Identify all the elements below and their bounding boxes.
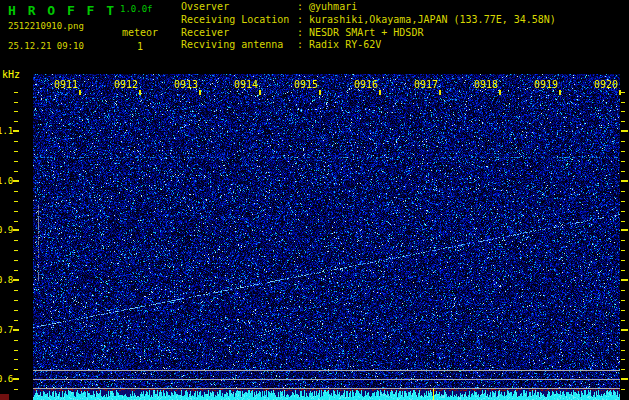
- time-label: 0916: [350, 79, 382, 90]
- freq-tick-right: [621, 130, 628, 132]
- antenna-value: Radix RY-62V: [309, 39, 381, 50]
- separator: :: [297, 39, 303, 50]
- freq-tick-left: [14, 141, 18, 142]
- time-label: 0912: [110, 79, 142, 90]
- freq-tick-right: [621, 111, 625, 112]
- freq-tick-right: [621, 240, 625, 241]
- separator: :: [297, 27, 303, 38]
- freq-tick-left: [14, 92, 18, 93]
- freq-tick-right: [621, 260, 625, 261]
- freq-tick-left: [14, 389, 18, 390]
- app-title: H R O F F T: [8, 3, 116, 18]
- receiver-row: Receiver:NESDR SMArt + HDSDR: [181, 27, 556, 40]
- receiver-value: NESDR SMArt + HDSDR: [309, 27, 423, 38]
- time-tick: [139, 90, 141, 95]
- time-label: 0919: [530, 79, 562, 90]
- freq-tick-right: [621, 211, 625, 212]
- time-tick: [199, 90, 201, 95]
- freq-tick-right: [621, 359, 625, 360]
- freq-tick-left: [13, 130, 19, 132]
- time-label: 0914: [230, 79, 262, 90]
- receiver-label: Receiver: [181, 27, 297, 38]
- freq-tick-right: [621, 270, 625, 271]
- freq-tick-left: [14, 310, 18, 311]
- time-label: 0913: [170, 79, 202, 90]
- observer-value: @yuhmari: [309, 1, 357, 12]
- time-tick: [259, 90, 261, 95]
- freq-tick-right: [621, 180, 628, 182]
- freq-tick-left: [14, 359, 18, 360]
- freq-tick-left: [14, 211, 18, 212]
- time-label: 0911: [50, 79, 82, 90]
- corner-red-block: [0, 394, 9, 400]
- freq-tick-right: [621, 102, 625, 103]
- freq-tick-right: [621, 229, 628, 231]
- output-filename: 2512210910.png: [8, 21, 84, 31]
- freq-tick-left: [14, 340, 18, 341]
- freq-tick-right: [621, 250, 625, 251]
- freq-tick-left: [14, 350, 18, 351]
- freq-tick-right: [621, 151, 625, 152]
- freq-tick-left: [13, 329, 19, 331]
- freq-tick-right: [621, 92, 625, 93]
- freq-label: 0.6: [0, 374, 13, 384]
- freq-label: 1.1: [0, 126, 13, 136]
- freq-label: 0.7: [0, 325, 13, 335]
- freq-tick-left: [14, 270, 18, 271]
- observer-info: Ovserver:@yuhmari Receiving Location:kur…: [181, 1, 556, 52]
- freq-tick-left: [14, 201, 18, 202]
- freq-label: 1.0: [0, 176, 13, 186]
- spectrogram-canvas: [33, 74, 620, 400]
- sequence-count: 1: [120, 41, 160, 52]
- location-row: Receiving Location:kurashiki,Okayama,JAP…: [181, 14, 556, 27]
- separator: :: [297, 14, 303, 25]
- freq-tick-left: [14, 300, 18, 301]
- freq-tick-right: [621, 369, 625, 370]
- freq-label: 0.8: [0, 275, 13, 285]
- time-tick: [379, 90, 381, 95]
- freq-tick-left: [14, 250, 18, 251]
- time-tick: [499, 90, 501, 95]
- timestamp: 25.12.21 09:10: [8, 41, 84, 51]
- freq-axis-unit: kHz: [2, 69, 20, 80]
- freq-tick-left: [13, 279, 19, 281]
- freq-tick-left: [13, 378, 19, 380]
- freq-tick-right: [621, 378, 628, 380]
- antenna-label: Recviving antenna: [181, 39, 297, 50]
- freq-tick-right: [621, 310, 625, 311]
- freq-tick-left: [14, 151, 18, 152]
- freq-tick-left: [14, 191, 18, 192]
- freq-tick-right: [621, 221, 625, 222]
- freq-tick-right: [621, 191, 625, 192]
- freq-tick-right: [621, 290, 625, 291]
- freq-tick-right: [621, 340, 625, 341]
- freq-tick-right: [621, 121, 625, 122]
- freq-tick-left: [14, 102, 18, 103]
- freq-tick-right: [621, 350, 625, 351]
- time-label: 0915: [290, 79, 322, 90]
- freq-tick-right: [621, 320, 625, 321]
- time-tick: [79, 90, 81, 95]
- observer-label: Ovserver: [181, 1, 297, 12]
- app-version: 1.0.0f: [120, 4, 153, 14]
- freq-tick-right: [621, 329, 628, 331]
- freq-tick-right: [621, 201, 625, 202]
- antenna-row: Recviving antenna:Radix RY-62V: [181, 39, 556, 52]
- freq-tick-left: [14, 290, 18, 291]
- freq-tick-left: [14, 111, 18, 112]
- freq-tick-left: [14, 221, 18, 222]
- freq-tick-right: [621, 141, 625, 142]
- freq-tick-left: [14, 369, 18, 370]
- freq-label: 0.9: [0, 225, 13, 235]
- time-tick: [439, 90, 441, 95]
- freq-tick-left: [14, 171, 18, 172]
- mode-label: meteor: [120, 27, 160, 38]
- freq-tick-right: [621, 279, 628, 281]
- observer-row: Ovserver:@yuhmari: [181, 1, 556, 14]
- time-tick: [559, 90, 561, 95]
- location-value: kurashiki,Okayama,JAPAN (133.77E, 34.58N…: [309, 14, 556, 25]
- time-label: 0918: [470, 79, 502, 90]
- freq-tick-left: [14, 320, 18, 321]
- freq-tick-left: [13, 229, 19, 231]
- time-label: 0917: [410, 79, 442, 90]
